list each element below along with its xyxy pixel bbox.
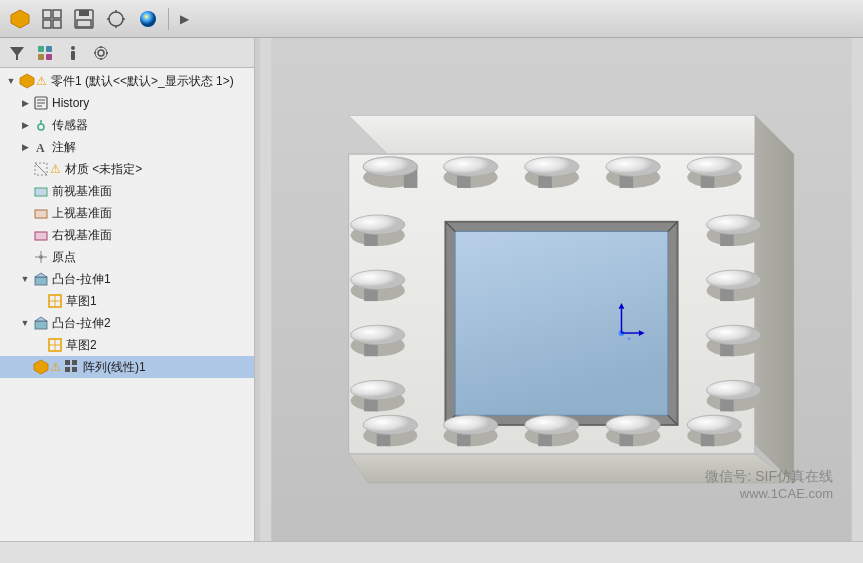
tree-item-sensor[interactable]: ▶ 传感器	[0, 114, 254, 136]
svg-marker-62	[755, 115, 794, 483]
svg-point-120	[525, 415, 579, 434]
svg-text:A: A	[36, 141, 45, 155]
svg-point-93	[351, 270, 405, 289]
boss-extrude1-toggle[interactable]: ▼	[18, 272, 32, 286]
svg-point-22	[95, 47, 107, 59]
svg-rect-44	[35, 277, 47, 285]
tree-item-boss-extrude2[interactable]: ▼ 凸台-拉伸2	[0, 312, 254, 334]
cyl-r1-c3	[525, 157, 579, 188]
material-label: 材质 <未指定>	[65, 161, 142, 178]
tree-item-sketch1[interactable]: 草图1	[0, 290, 254, 312]
annotation-label: 注解	[52, 139, 76, 156]
cyl-br-c5	[687, 415, 741, 446]
boss-extrude2-icon	[32, 314, 50, 332]
root-toggle[interactable]: ▼	[4, 74, 18, 88]
origin-icon	[32, 248, 50, 266]
front-plane-icon	[32, 182, 50, 200]
svg-point-99	[351, 380, 405, 399]
cyl-br-c2	[443, 415, 497, 446]
svg-rect-40	[35, 232, 47, 240]
right-plane-label: 右视基准面	[52, 227, 112, 244]
boss-extrude2-toggle[interactable]: ▼	[18, 316, 32, 330]
svg-marker-63	[349, 454, 794, 483]
material-warn-icon: ⚠	[50, 162, 61, 176]
cyl-rc-r1	[707, 215, 761, 246]
cyl-rc-r3	[707, 325, 761, 356]
save-icon[interactable]	[70, 5, 98, 33]
svg-marker-0	[11, 10, 29, 28]
svg-marker-45	[35, 273, 47, 277]
origin-label: 原点	[52, 249, 76, 266]
history-toggle[interactable]: ▶	[18, 96, 32, 110]
svg-line-37	[35, 163, 47, 175]
svg-point-21	[98, 50, 104, 56]
sketch1-label: 草图1	[66, 293, 97, 310]
svg-marker-14	[10, 47, 24, 60]
cyl-rc-r2	[707, 270, 761, 301]
cyl-rc-r4	[707, 380, 761, 411]
svg-point-43	[39, 255, 43, 259]
sensor-toggle[interactable]: ▶	[18, 118, 32, 132]
3d-viewport[interactable]: * 微信号: SIF仿真在线 www.1CAE.com	[260, 38, 863, 541]
tree-item-material[interactable]: ⚠ 材质 <未指定>	[0, 158, 254, 180]
cyl-br-c3	[525, 415, 579, 446]
svg-point-105	[707, 270, 761, 289]
svg-point-117	[443, 415, 497, 434]
tree-root-item[interactable]: ▼ ⚠ 零件1 (默认<<默认>_显示状态 1>)	[0, 70, 254, 92]
history-label: History	[52, 96, 89, 110]
annotation-toggle[interactable]: ▶	[18, 140, 32, 154]
root-label: 零件1 (默认<<默认>_显示状态 1>)	[51, 73, 234, 90]
tree-item-top-plane[interactable]: 上视基准面	[0, 202, 254, 224]
main-area: ▼ ⚠ 零件1 (默认<<默认>_显示状态 1>) ▶	[0, 38, 863, 541]
sketch1-icon	[46, 292, 64, 310]
svg-point-81	[525, 157, 579, 176]
cyl-r1-c2	[443, 157, 497, 188]
toolbar-separator	[168, 8, 169, 30]
svg-point-114	[363, 415, 417, 434]
material-icon	[32, 160, 50, 178]
svg-marker-27	[20, 74, 34, 88]
svg-rect-58	[72, 367, 77, 372]
scene-svg: *	[260, 38, 863, 541]
right-plane-icon	[32, 226, 50, 244]
svg-rect-18	[46, 54, 52, 60]
tree-item-annotation[interactable]: ▶ A 注解	[0, 136, 254, 158]
svg-point-78	[443, 157, 497, 176]
pattern1-part-icon	[32, 358, 50, 376]
svg-point-13	[140, 11, 156, 27]
svg-rect-38	[35, 188, 47, 196]
svg-marker-54	[34, 360, 48, 374]
tree-item-history[interactable]: ▶ History	[0, 92, 254, 114]
svg-point-19	[71, 46, 75, 50]
svg-point-123	[606, 415, 660, 434]
svg-point-8	[109, 12, 123, 26]
tree-item-sketch2[interactable]: 草图2	[0, 334, 254, 356]
svg-marker-50	[35, 317, 47, 321]
feature-manager-tab[interactable]	[32, 41, 58, 65]
svg-rect-20	[71, 51, 75, 60]
boss-extrude1-icon	[32, 270, 50, 288]
sketch2-label: 草图2	[66, 337, 97, 354]
toolbar-expand-arrow[interactable]: ▶	[175, 5, 193, 33]
tree-item-front-plane[interactable]: 前视基准面	[0, 180, 254, 202]
svg-text:*: *	[627, 334, 631, 345]
svg-point-126	[687, 415, 741, 434]
svg-rect-3	[43, 20, 51, 28]
sensor-label: 传感器	[52, 117, 88, 134]
config-tab[interactable]	[88, 41, 114, 65]
tree-item-right-plane[interactable]: 右视基准面	[0, 224, 254, 246]
tree-item-boss-extrude1[interactable]: ▼ 凸台-拉伸1	[0, 268, 254, 290]
appearance-icon[interactable]	[134, 5, 162, 33]
part-icon[interactable]	[6, 5, 34, 33]
tree-item-pattern1[interactable]: ⚠ 阵列(线性)1	[0, 356, 254, 378]
svg-rect-4	[53, 20, 61, 28]
svg-point-32	[38, 124, 44, 130]
property-tab[interactable]	[60, 41, 86, 65]
grid-icon[interactable]	[38, 5, 66, 33]
crosshair-icon[interactable]	[102, 5, 130, 33]
filter-tab[interactable]	[4, 41, 30, 65]
svg-point-87	[687, 157, 741, 176]
cyl-lc-r2	[351, 270, 405, 301]
svg-point-102	[707, 215, 761, 234]
tree-item-origin[interactable]: 原点	[0, 246, 254, 268]
